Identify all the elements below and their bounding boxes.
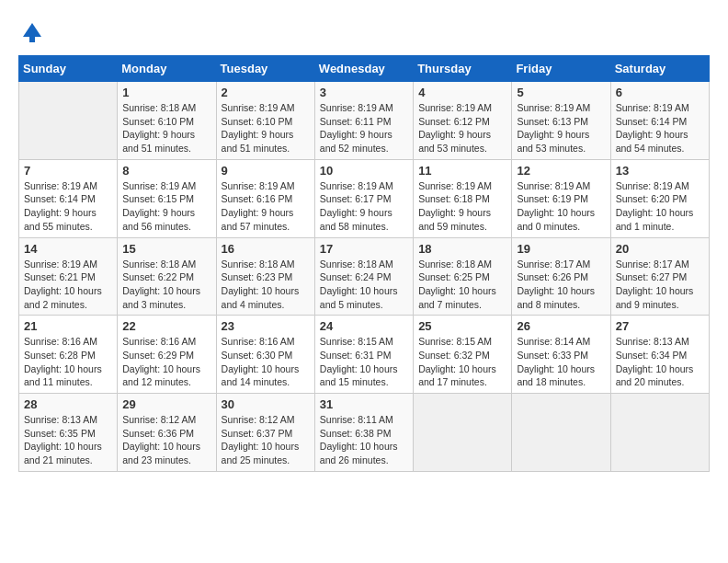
day-number: 28 [24,397,112,411]
day-info: Sunrise: 8:19 AMSunset: 6:14 PMDaylight:… [616,101,704,155]
day-info: Sunrise: 8:18 AMSunset: 6:24 PMDaylight:… [320,258,408,312]
weekday-header-monday: Monday [118,56,216,82]
calendar-cell: 10Sunrise: 8:19 AMSunset: 6:17 PMDayligh… [314,159,413,237]
calendar-cell: 4Sunrise: 8:19 AMSunset: 6:12 PMDaylight… [414,82,512,160]
calendar-cell: 1Sunrise: 8:18 AMSunset: 6:10 PMDaylight… [118,82,216,160]
calendar-cell: 11Sunrise: 8:19 AMSunset: 6:18 PMDayligh… [414,159,512,237]
day-number: 15 [122,242,210,256]
day-info: Sunrise: 8:17 AMSunset: 6:27 PMDaylight:… [616,258,704,312]
calendar-week-row: 21Sunrise: 8:16 AMSunset: 6:28 PMDayligh… [19,316,710,394]
day-info: Sunrise: 8:13 AMSunset: 6:35 PMDaylight:… [24,413,112,467]
day-info: Sunrise: 8:19 AMSunset: 6:17 PMDaylight:… [320,179,408,234]
day-number: 10 [320,164,408,178]
calendar-cell: 13Sunrise: 8:19 AMSunset: 6:20 PMDayligh… [610,159,709,237]
calendar-cell [414,394,512,472]
day-info: Sunrise: 8:19 AMSunset: 6:12 PMDaylight:… [418,101,506,155]
day-info: Sunrise: 8:19 AMSunset: 6:13 PMDaylight:… [517,101,605,155]
calendar-cell: 8Sunrise: 8:19 AMSunset: 6:15 PMDaylight… [118,159,216,237]
weekday-header-friday: Friday [512,56,610,82]
calendar-cell: 25Sunrise: 8:15 AMSunset: 6:32 PMDayligh… [414,316,512,394]
calendar-cell: 7Sunrise: 8:19 AMSunset: 6:14 PMDaylight… [19,159,118,237]
calendar-cell: 2Sunrise: 8:19 AMSunset: 6:10 PMDaylight… [216,82,314,160]
day-number: 23 [222,319,310,333]
day-number: 31 [320,397,408,411]
calendar-cell: 16Sunrise: 8:18 AMSunset: 6:23 PMDayligh… [216,237,314,316]
weekday-header-saturday: Saturday [610,56,709,82]
day-number: 29 [122,397,210,411]
day-number: 6 [616,86,704,99]
calendar-cell: 3Sunrise: 8:19 AMSunset: 6:11 PMDaylight… [314,82,413,160]
day-info: Sunrise: 8:14 AMSunset: 6:33 PMDaylight:… [517,335,605,389]
day-info: Sunrise: 8:19 AMSunset: 6:15 PMDaylight:… [122,179,210,234]
day-info: Sunrise: 8:16 AMSunset: 6:30 PMDaylight:… [222,335,310,389]
calendar-cell: 27Sunrise: 8:13 AMSunset: 6:34 PMDayligh… [610,316,709,394]
day-info: Sunrise: 8:13 AMSunset: 6:34 PMDaylight:… [616,335,704,389]
calendar-cell: 14Sunrise: 8:19 AMSunset: 6:21 PMDayligh… [19,237,118,316]
day-number: 30 [222,397,310,411]
calendar-week-row: 1Sunrise: 8:18 AMSunset: 6:10 PMDaylight… [19,82,710,160]
svg-marker-0 [23,23,41,37]
day-number: 25 [418,319,506,333]
calendar-cell [512,394,610,472]
day-number: 1 [122,86,210,99]
day-info: Sunrise: 8:18 AMSunset: 6:10 PMDaylight:… [122,101,210,155]
calendar-cell: 29Sunrise: 8:12 AMSunset: 6:36 PMDayligh… [118,394,216,472]
day-number: 9 [222,164,310,178]
day-info: Sunrise: 8:18 AMSunset: 6:25 PMDaylight:… [418,258,506,312]
day-info: Sunrise: 8:17 AMSunset: 6:26 PMDaylight:… [517,258,605,312]
day-info: Sunrise: 8:19 AMSunset: 6:19 PMDaylight:… [517,179,605,234]
day-info: Sunrise: 8:16 AMSunset: 6:29 PMDaylight:… [122,335,210,389]
calendar-cell: 21Sunrise: 8:16 AMSunset: 6:28 PMDayligh… [19,316,118,394]
calendar-cell: 5Sunrise: 8:19 AMSunset: 6:13 PMDaylight… [512,82,610,160]
day-number: 13 [616,164,704,178]
calendar-week-row: 14Sunrise: 8:19 AMSunset: 6:21 PMDayligh… [19,237,710,316]
day-number: 27 [616,319,704,333]
day-number: 20 [616,242,704,256]
calendar-cell: 15Sunrise: 8:18 AMSunset: 6:22 PMDayligh… [118,237,216,316]
day-info: Sunrise: 8:19 AMSunset: 6:21 PMDaylight:… [24,258,112,312]
calendar-cell: 18Sunrise: 8:18 AMSunset: 6:25 PMDayligh… [414,237,512,316]
calendar-cell: 19Sunrise: 8:17 AMSunset: 6:26 PMDayligh… [512,237,610,316]
day-number: 7 [24,164,112,178]
day-info: Sunrise: 8:18 AMSunset: 6:23 PMDaylight:… [222,258,310,312]
day-number: 18 [418,242,506,256]
calendar-cell: 23Sunrise: 8:16 AMSunset: 6:30 PMDayligh… [216,316,314,394]
calendar-cell: 30Sunrise: 8:12 AMSunset: 6:37 PMDayligh… [216,394,314,472]
calendar-cell: 24Sunrise: 8:15 AMSunset: 6:31 PMDayligh… [314,316,413,394]
day-info: Sunrise: 8:19 AMSunset: 6:18 PMDaylight:… [418,179,506,234]
svg-rect-1 [29,37,35,42]
calendar-cell: 31Sunrise: 8:11 AMSunset: 6:38 PMDayligh… [314,394,413,472]
day-number: 8 [122,164,210,178]
day-info: Sunrise: 8:11 AMSunset: 6:38 PMDaylight:… [320,413,408,467]
day-info: Sunrise: 8:19 AMSunset: 6:14 PMDaylight:… [24,179,112,234]
day-number: 11 [418,164,506,178]
day-info: Sunrise: 8:15 AMSunset: 6:31 PMDaylight:… [320,335,408,389]
day-info: Sunrise: 8:19 AMSunset: 6:16 PMDaylight:… [222,179,310,234]
day-info: Sunrise: 8:16 AMSunset: 6:28 PMDaylight:… [24,335,112,389]
calendar-cell: 12Sunrise: 8:19 AMSunset: 6:19 PMDayligh… [512,159,610,237]
day-number: 17 [320,242,408,256]
day-number: 4 [418,86,506,99]
day-number: 2 [222,86,310,99]
calendar-week-row: 28Sunrise: 8:13 AMSunset: 6:35 PMDayligh… [19,394,710,472]
day-number: 14 [24,242,112,256]
day-info: Sunrise: 8:19 AMSunset: 6:20 PMDaylight:… [616,179,704,234]
day-number: 16 [222,242,310,256]
day-info: Sunrise: 8:19 AMSunset: 6:10 PMDaylight:… [222,101,310,155]
calendar-cell: 22Sunrise: 8:16 AMSunset: 6:29 PMDayligh… [118,316,216,394]
weekday-header-wednesday: Wednesday [314,56,413,82]
calendar-cell: 28Sunrise: 8:13 AMSunset: 6:35 PMDayligh… [19,394,118,472]
calendar-cell: 6Sunrise: 8:19 AMSunset: 6:14 PMDaylight… [610,82,709,160]
day-number: 19 [517,242,605,256]
calendar-cell: 9Sunrise: 8:19 AMSunset: 6:16 PMDaylight… [216,159,314,237]
calendar-header-row: SundayMondayTuesdayWednesdayThursdayFrid… [19,56,710,82]
day-number: 12 [517,164,605,178]
day-number: 21 [24,319,112,333]
weekday-header-sunday: Sunday [19,56,118,82]
weekday-header-tuesday: Tuesday [216,56,314,82]
logo-icon [18,18,46,46]
logo [18,18,48,46]
calendar-cell: 26Sunrise: 8:14 AMSunset: 6:33 PMDayligh… [512,316,610,394]
day-info: Sunrise: 8:19 AMSunset: 6:11 PMDaylight:… [320,101,408,155]
day-number: 24 [320,319,408,333]
